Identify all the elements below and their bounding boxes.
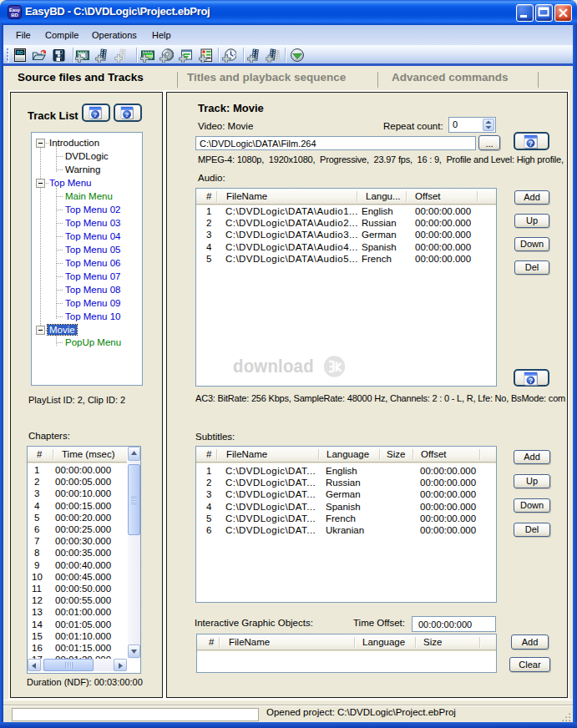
svg-text:?: ? bbox=[529, 139, 533, 148]
svg-text:?: ? bbox=[125, 111, 129, 119]
svg-text:BD: BD bbox=[11, 13, 18, 18]
svg-text:?: ? bbox=[529, 377, 533, 385]
svg-text:BD: BD bbox=[17, 50, 23, 55]
svg-text:?: ? bbox=[94, 111, 98, 119]
svg-text:Easy: Easy bbox=[9, 8, 21, 13]
